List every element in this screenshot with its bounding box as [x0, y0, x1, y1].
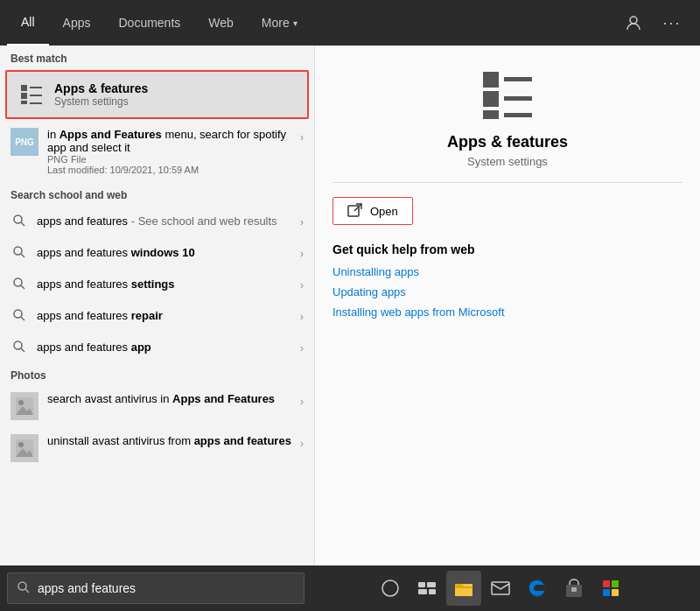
web-item-arrow-0: › — [300, 213, 304, 228]
search-input-wrap[interactable] — [7, 572, 304, 604]
photos-item-0[interactable]: search avast antivirus in Apps and Featu… — [0, 385, 314, 427]
svg-rect-46 — [603, 589, 610, 596]
file-type: PNG File — [47, 154, 300, 165]
svg-rect-40 — [455, 586, 472, 588]
best-match-text: Apps & features System settings — [54, 81, 148, 108]
web-item-text-1: apps and features windows 10 — [37, 246, 300, 259]
quick-link-1[interactable]: Updating apps — [332, 285, 682, 298]
web-item-1[interactable]: apps and features windows 10 › — [0, 236, 314, 268]
photo-icon-0 — [10, 392, 38, 420]
taskbar-cortana-btn[interactable] — [373, 571, 408, 606]
svg-point-18 — [18, 400, 24, 405]
photos-arrow-1: › — [300, 434, 304, 450]
taskbar-mail-btn[interactable] — [483, 571, 518, 606]
web-item-0[interactable]: apps and features - See school and web r… — [0, 205, 314, 236]
taskbar-taskview-btn[interactable] — [410, 571, 444, 606]
tab-apps[interactable]: Apps — [49, 0, 105, 46]
svg-point-9 — [14, 247, 22, 255]
svg-point-31 — [18, 582, 26, 590]
photos-text-1: uninstall avast antivirus from apps and … — [47, 434, 291, 447]
svg-rect-2 — [21, 93, 27, 99]
quick-link-0[interactable]: Uninstalling apps — [332, 265, 682, 278]
svg-rect-36 — [418, 589, 427, 594]
search-icon-3 — [10, 306, 28, 324]
photos-title-1: uninstall avast antivirus from apps and … — [47, 434, 291, 447]
search-icon-0 — [10, 212, 28, 229]
web-item-arrow-1: › — [300, 244, 304, 260]
svg-rect-41 — [492, 582, 509, 594]
svg-rect-3 — [21, 101, 27, 104]
right-panel: Apps & features System settings Open Get… — [315, 46, 700, 565]
svg-rect-25 — [483, 110, 499, 119]
web-item-text-2: apps and features settings — [37, 277, 300, 291]
tab-all[interactable]: All — [7, 0, 49, 46]
tab-more[interactable]: More ▾ — [248, 0, 312, 46]
right-app-icon — [332, 63, 682, 126]
best-match-title: Apps & features — [54, 81, 148, 95]
svg-rect-27 — [504, 96, 532, 101]
tab-web[interactable]: Web — [194, 0, 248, 46]
svg-rect-35 — [427, 582, 436, 587]
svg-rect-47 — [612, 589, 619, 596]
right-app-sub: System settings — [332, 155, 682, 168]
svg-line-16 — [21, 348, 24, 352]
tab-documents[interactable]: Documents — [104, 0, 194, 46]
svg-point-11 — [14, 278, 22, 286]
file-icon: PNG — [10, 128, 38, 156]
main-content: Best match Apps & features System settin… — [0, 46, 700, 565]
taskbar-store-btn[interactable] — [556, 571, 592, 606]
taskbar-explorer-btn[interactable] — [446, 571, 481, 606]
file-text: in Apps and Features menu, search for sp… — [47, 128, 300, 175]
nav-icons: ··· — [620, 9, 693, 37]
more-arrow: ▾ — [293, 18, 298, 28]
photos-item-1[interactable]: uninstall avast antivirus from apps and … — [0, 427, 314, 469]
svg-rect-45 — [612, 580, 619, 587]
search-icon-2 — [10, 275, 28, 292]
web-item-4[interactable]: apps and features app › — [0, 331, 314, 362]
web-item-arrow-3: › — [300, 307, 304, 323]
open-button[interactable]: Open — [332, 197, 413, 225]
svg-line-12 — [21, 285, 24, 289]
svg-rect-37 — [429, 589, 436, 594]
web-item-3[interactable]: apps and features repair › — [0, 299, 314, 331]
best-match-item[interactable]: Apps & features System settings — [5, 70, 309, 119]
taskbar-edge-btn[interactable] — [520, 571, 555, 606]
svg-point-15 — [14, 341, 22, 349]
apps-features-icon — [18, 81, 46, 109]
best-match-subtitle: System settings — [54, 95, 148, 108]
photo-icon-1 — [10, 434, 38, 462]
quick-link-2[interactable]: Installing web apps from Microsoft — [332, 306, 682, 319]
svg-point-7 — [14, 215, 22, 223]
photos-title-0: search avast antivirus in Apps and Featu… — [47, 392, 275, 405]
right-divider — [332, 182, 682, 183]
taskbar-icons — [308, 571, 693, 606]
svg-line-14 — [21, 317, 24, 320]
top-nav: All Apps Documents Web More ▾ ··· — [0, 0, 700, 46]
svg-rect-44 — [603, 580, 610, 587]
svg-line-30 — [354, 204, 361, 211]
web-item-arrow-2: › — [300, 276, 304, 291]
search-icon-4 — [10, 338, 28, 355]
svg-rect-34 — [418, 582, 425, 587]
web-item-text-3: apps and features repair — [37, 309, 300, 322]
bottom-bar — [0, 565, 700, 611]
svg-line-10 — [21, 254, 24, 257]
svg-line-8 — [21, 222, 24, 226]
best-match-label: Best match — [0, 46, 314, 68]
quick-help-title: Get quick help from web — [332, 242, 682, 256]
taskbar-xbox-btn[interactable] — [593, 571, 628, 606]
svg-rect-43 — [571, 587, 577, 592]
search-input[interactable] — [38, 581, 295, 595]
left-panel: Best match Apps & features System settin… — [0, 46, 315, 565]
web-item-text-0: apps and features - See school and web r… — [37, 214, 300, 228]
file-modified: Last modified: 10/9/2021, 10:59 AM — [47, 165, 300, 175]
svg-rect-24 — [483, 91, 499, 107]
svg-point-13 — [14, 310, 22, 318]
svg-point-21 — [18, 442, 24, 447]
svg-rect-23 — [483, 72, 499, 88]
web-item-text-4: apps and features app — [37, 341, 300, 354]
more-options-icon[interactable]: ··· — [658, 9, 686, 37]
web-item-2[interactable]: apps and features settings › — [0, 268, 314, 299]
file-result-item[interactable]: PNG in Apps and Features menu, search fo… — [0, 121, 314, 182]
user-icon[interactable] — [620, 9, 648, 37]
